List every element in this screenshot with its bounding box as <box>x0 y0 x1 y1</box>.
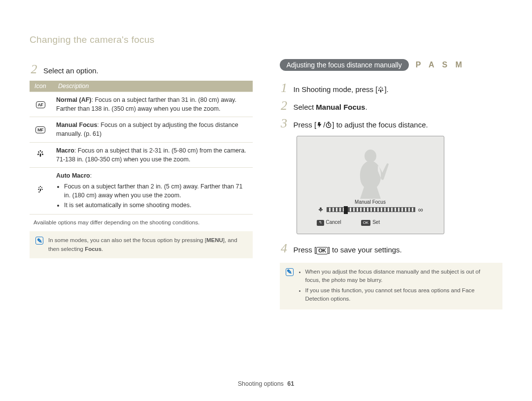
row-title: Normal (AF) <box>56 96 92 103</box>
step-number: 1 <box>280 81 289 95</box>
row-title: Auto Macro <box>56 172 90 179</box>
step-number: 4 <box>280 241 289 256</box>
row-title: Macro <box>56 147 74 154</box>
note-item: If you use this function, you cannot set… <box>305 286 497 304</box>
note-box: ✎ In some modes, you can also set the fo… <box>30 231 253 258</box>
infinity-icon: ∞ <box>418 206 423 214</box>
table-row: MF Manual Focus: Focus on a subject by a… <box>30 117 253 142</box>
ok-icon: OK <box>316 247 328 254</box>
cancel-label: Cancel <box>326 219 341 225</box>
set-label: Set <box>372 219 380 225</box>
info-icon: ✎ <box>286 268 294 276</box>
row-body: : <box>90 172 92 179</box>
step-text: In Shooting mode, press []. <box>294 84 503 94</box>
footer-section: Shooting options <box>238 380 284 387</box>
row-body: : Focus on a subject that is 2-31 in. (5… <box>56 147 246 163</box>
table-row: A Auto Macro: Focus on a subject farther… <box>30 167 253 215</box>
svg-text:A: A <box>38 191 40 194</box>
page-number: 61 <box>287 380 294 387</box>
left-column: 2 Select an option. Icon Description AF … <box>30 59 253 309</box>
ok-button-icon: OK <box>361 220 371 226</box>
focus-options-table: Icon Description AF Normal (AF): Focus o… <box>30 81 253 215</box>
back-button-icon: ↰ <box>317 220 324 226</box>
step-number: 2 <box>30 62 38 77</box>
subsection-pill: Adjusting the focus distance manually <box>280 59 409 71</box>
auto-macro-icon: A <box>36 185 44 193</box>
step-text: Press [OK] to save your settings. <box>294 245 503 255</box>
focus-slider: ∞ <box>318 206 423 213</box>
note-box: ✎ When you adjust the focus distance man… <box>280 263 503 309</box>
subject-silhouette <box>348 147 393 201</box>
info-icon: ✎ <box>35 237 43 245</box>
row-title: Manual Focus <box>56 122 97 128</box>
lcd-label: Manual Focus <box>297 199 444 205</box>
menu-label: MENU <box>206 237 223 243</box>
slider-knob <box>344 206 348 214</box>
flower-icon <box>377 86 384 93</box>
macro-end-icon <box>318 207 324 213</box>
right-column: Adjusting the focus distance manually P … <box>280 59 503 309</box>
mode-indicator: P A S M <box>416 61 465 69</box>
section-title: Changing the camera's focus <box>30 34 502 45</box>
note-list: When you adjust the focus distance manua… <box>299 268 497 305</box>
lcd-preview: Manual Focus ∞ ↰Cancel OKSet <box>297 136 444 234</box>
step-number: 3 <box>280 116 289 131</box>
timer-icon <box>325 122 332 128</box>
note-item: When you adjust the focus distance manua… <box>305 268 497 285</box>
flash-icon <box>316 122 323 128</box>
options-caption: Available options may differ depending o… <box>33 219 253 225</box>
step-number: 2 <box>280 98 289 113</box>
col-icon: Icon <box>30 81 53 92</box>
col-desc: Description <box>53 81 253 92</box>
table-row: Macro: Focus on a subject that is 2-31 i… <box>30 142 253 167</box>
note-text: In some modes, you can also set the focu… <box>48 236 247 253</box>
table-row: AF Normal (AF): Focus on a subject farth… <box>30 92 253 117</box>
step-text: Press [/] to adjust the focus distance. <box>294 120 503 130</box>
page-footer: Shooting options 61 <box>0 380 532 387</box>
row-bullet: Focus on a subject farther than 2 in. (5… <box>64 182 248 200</box>
macro-icon <box>36 150 44 157</box>
af-icon: AF <box>36 101 45 108</box>
step-text: Select Manual Focus. <box>294 102 503 112</box>
row-bullet: It is set automatically in some shooting… <box>64 201 248 210</box>
step-text: Select an option. <box>43 65 253 76</box>
mf-icon: MF <box>35 126 45 133</box>
